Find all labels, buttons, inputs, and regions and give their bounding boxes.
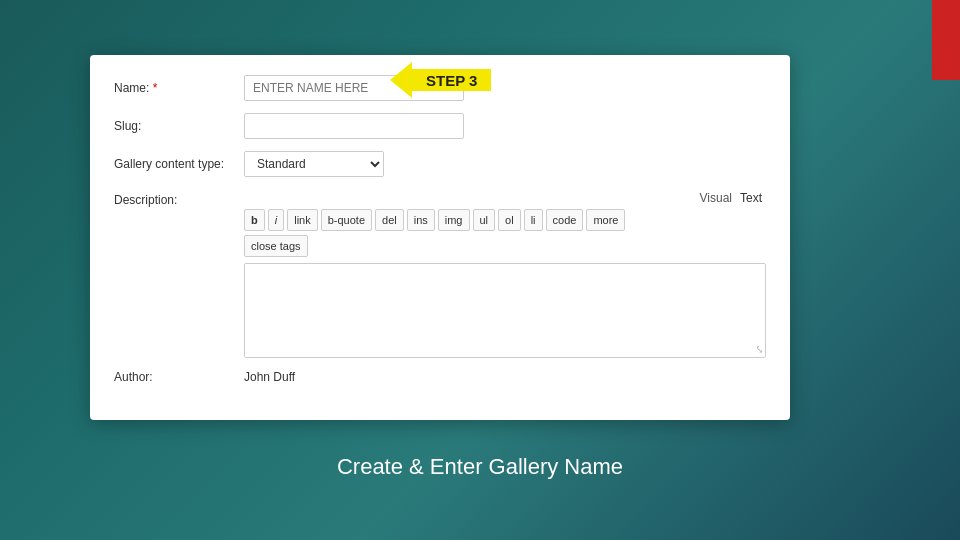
- toolbar-italic[interactable]: i: [268, 209, 284, 231]
- step3-arrow: STEP 3: [390, 62, 491, 98]
- name-label: Name: *: [114, 81, 244, 95]
- slug-row: Slug:: [114, 113, 766, 139]
- toolbar-bquote[interactable]: b-quote: [321, 209, 372, 231]
- slug-label: Slug:: [114, 119, 244, 133]
- arrow-pointer: [390, 62, 412, 98]
- description-label: Description:: [114, 189, 244, 207]
- author-value: John Duff: [244, 370, 295, 384]
- slug-input[interactable]: [244, 113, 464, 139]
- red-rectangle: [932, 0, 960, 80]
- page-caption: Create & Enter Gallery Name: [0, 454, 960, 480]
- tab-text[interactable]: Text: [736, 189, 766, 207]
- toolbar-li[interactable]: li: [524, 209, 543, 231]
- description-textarea[interactable]: [245, 264, 765, 357]
- tab-visual[interactable]: Visual: [696, 189, 736, 207]
- gallery-type-label: Gallery content type:: [114, 157, 244, 171]
- editor-tab-row: Visual Text: [244, 189, 766, 207]
- author-label: Author:: [114, 370, 244, 384]
- toolbar-ins[interactable]: ins: [407, 209, 435, 231]
- toolbar-ul[interactable]: ul: [473, 209, 496, 231]
- step3-label: STEP 3: [412, 69, 491, 91]
- gallery-type-select[interactable]: Standard Carousel Masonry: [244, 151, 384, 177]
- toolbar-del[interactable]: del: [375, 209, 404, 231]
- editor-area: Visual Text b i link b-quote del ins img…: [244, 189, 766, 358]
- toolbar-more[interactable]: more: [586, 209, 625, 231]
- gallery-type-row: Gallery content type: Standard Carousel …: [114, 151, 766, 177]
- resize-handle-icon: ⤥: [755, 345, 763, 355]
- name-label-text: Name:: [114, 81, 149, 95]
- toolbar-close-tags[interactable]: close tags: [244, 235, 308, 257]
- toolbar-link[interactable]: link: [287, 209, 318, 231]
- description-row: Description: Visual Text b i link b-quot…: [114, 189, 766, 358]
- required-marker: *: [153, 81, 158, 95]
- editor-toolbar: b i link b-quote del ins img ul ol li co…: [244, 209, 766, 231]
- form-card: Name: * Slug: Gallery content type: Stan…: [90, 55, 790, 420]
- toolbar-row2: close tags: [244, 235, 766, 257]
- description-textarea-wrapper: ⤥: [244, 263, 766, 358]
- toolbar-ol[interactable]: ol: [498, 209, 521, 231]
- toolbar-bold[interactable]: b: [244, 209, 265, 231]
- author-row: Author: John Duff: [114, 370, 766, 384]
- toolbar-img[interactable]: img: [438, 209, 470, 231]
- toolbar-code[interactable]: code: [546, 209, 584, 231]
